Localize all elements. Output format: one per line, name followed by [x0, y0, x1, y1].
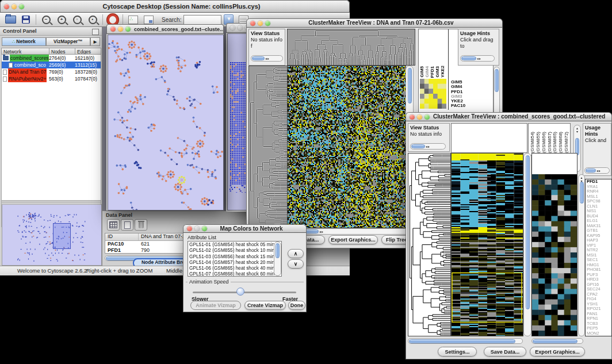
export-graphics-button[interactable]: Export Graphics... [530, 347, 585, 357]
row-dendrogram[interactable] [248, 66, 288, 228]
network-overview-button[interactable] [127, 14, 139, 25]
control-panel: Control Panel ∴Network VizMapper™ ▶ Netw… [0, 27, 102, 266]
network-list-row[interactable]: DNA and Tran 07 769(0) 183728(0) [2, 68, 101, 75]
search-input[interactable] [183, 15, 221, 25]
zoom-hscrollbar[interactable] [531, 338, 583, 344]
zoom-button[interactable] [424, 114, 430, 120]
column-dendrogram[interactable] [287, 29, 415, 66]
minimize-button[interactable] [12, 4, 17, 9]
treeview2-titlebar[interactable]: ClusterMaker TreeView : combined_scores_… [406, 112, 612, 121]
col-edges[interactable]: Edges [75, 48, 101, 55]
column-label[interactable]: GIM3 [435, 66, 440, 78]
zoom-in-icon: + [58, 16, 66, 24]
network-row-icon [9, 63, 13, 68]
attribute-item[interactable]: GPL51-04 (GSM857) heat shock 20 min [188, 259, 281, 265]
treeview1-titlebar[interactable]: ClusterMaker TreeView : DNA and Tran 07-… [246, 18, 503, 28]
network-titlebar[interactable]: combined_scores_good.txt--cluste... [106, 24, 224, 34]
usage-hints-scrollbar[interactable]: ◂▸ [584, 167, 610, 174]
snapshot-button[interactable] [143, 14, 154, 25]
zoom-button[interactable] [265, 21, 270, 26]
attribute-item[interactable]: GPL51-07 (GSM868) heat shock 60 min [188, 271, 281, 277]
network-list-row[interactable]: combined_scores 2764(0) 16218(0) [2, 55, 101, 62]
overview-divider[interactable] [1, 200, 101, 204]
create-vizmap-button[interactable]: Create Vizmap [244, 301, 286, 310]
done-button[interactable]: Done [288, 301, 305, 310]
select-attributes-button[interactable] [107, 219, 120, 231]
save-data-button[interactable]: Save Data... [484, 347, 526, 357]
zoom-heatmap[interactable] [420, 79, 446, 109]
float-panel-icon[interactable] [92, 29, 99, 35]
network-canvas[interactable] [108, 35, 224, 210]
attribute-list[interactable]: GPL51-01 (GSM854) heat shock 05 minGPL51… [188, 241, 282, 277]
attribute-list-scrollbar[interactable]: ▴▾ [274, 242, 281, 276]
delete-attribute-button[interactable] [135, 219, 147, 231]
column-label[interactable]: GIM5 [419, 66, 424, 78]
column-label[interactable]: PAC10 [445, 63, 446, 78]
zoom-button[interactable] [202, 226, 207, 231]
zoom-button[interactable] [125, 26, 131, 32]
network-list-row[interactable]: combined_sco 2569(6) 13112(15) [2, 62, 101, 68]
speed-slider-track[interactable] [193, 292, 296, 293]
close-button[interactable] [4, 4, 9, 9]
zoom-selected-button[interactable]: ▫ [71, 14, 83, 25]
heatmap-hscrollbar[interactable] [408, 338, 523, 344]
close-button[interactable] [250, 21, 255, 26]
heatmap-vscrollbar[interactable]: ▴▾ [523, 153, 531, 336]
close-button[interactable] [187, 226, 192, 231]
column-label[interactable]: PFD1 [430, 66, 435, 78]
col-nodes[interactable]: Nodes [49, 48, 75, 55]
minimize-button[interactable] [194, 226, 200, 231]
zoom-heatmap[interactable] [532, 174, 577, 336]
save-session-button[interactable] [20, 14, 32, 25]
column-dendrogram-area[interactable] [451, 123, 527, 153]
close-button[interactable] [410, 114, 415, 120]
settings-button[interactable]: Settings... [438, 347, 477, 357]
close-button[interactable] [230, 25, 235, 30]
close-button[interactable] [110, 26, 116, 32]
col-id[interactable]: ID [105, 233, 139, 240]
tab-more-button[interactable]: ▶ [90, 37, 100, 46]
gene-label[interactable]: PAC10 [450, 104, 474, 108]
open-session-button[interactable] [5, 14, 16, 25]
dialog-titlebar[interactable]: Map Colors to Network [183, 224, 307, 233]
view-status-scrollbar[interactable]: ◂▸ [410, 143, 446, 150]
speed-slider-thumb[interactable] [236, 288, 244, 296]
help-button[interactable] [107, 14, 118, 25]
attribute-list-label: Attribute List [188, 235, 216, 240]
view-status-scrollbar[interactable]: ◂▸ [251, 55, 283, 62]
zoom-out-button[interactable]: − [40, 14, 52, 25]
main-titlebar[interactable]: Cytoscape Desktop (Session Name: collins… [0, 0, 350, 13]
usage-hints-scrollbar[interactable]: ◂▸ [460, 55, 495, 62]
col-network[interactable]: Network [1, 48, 49, 55]
row-dendrogram[interactable] [408, 153, 451, 336]
minimize-button[interactable] [118, 26, 123, 32]
new-attribute-button[interactable] [121, 219, 133, 231]
minimize-button[interactable] [417, 114, 422, 120]
move-down-button[interactable]: ∨ [288, 259, 304, 269]
zoom-vscrollbar[interactable]: ▴▾ [578, 174, 585, 336]
tab-network[interactable]: ∴Network [2, 37, 46, 46]
network-overview-thumbnail[interactable] [2, 205, 100, 264]
tab-vizmapper[interactable]: VizMapper™ [46, 37, 90, 46]
animate-vizmap-button[interactable]: Animate Vizmap [190, 301, 241, 310]
attribute-grid-icon [109, 221, 117, 228]
gene-label[interactable]: MON2 [586, 331, 611, 336]
zoom-in-button[interactable]: + [56, 14, 67, 25]
network-list-row[interactable]: RNAPuberNov2+ 563(0) 107847(0) [2, 75, 101, 82]
zoom-fit-button[interactable]: ▪ [87, 14, 98, 25]
move-up-button[interactable]: ∧ [288, 249, 304, 258]
attribute-item[interactable]: GPL51-03 (GSM856) heat shock 15 min [188, 254, 281, 259]
zoom-button[interactable] [19, 4, 24, 9]
minimize-button[interactable] [238, 25, 243, 30]
attribute-item[interactable]: GPL51-06 (GSM865) heat shock 40 min [188, 265, 281, 271]
network-overview-panel[interactable] [2, 204, 102, 266]
column-label[interactable]: YKE2 [440, 66, 445, 78]
zoom-gene-labels: GIM5GIM4PFD1GIM3YKE2PAC10 [450, 80, 474, 110]
export-graphics-button[interactable]: Export Graphics... [328, 235, 378, 244]
attribute-item[interactable]: GPL51-02 (GSM855) heat shock 10 min [188, 247, 281, 253]
main-heatmap[interactable] [451, 153, 523, 336]
main-heatmap[interactable] [287, 66, 406, 228]
attribute-item[interactable]: GPL51-01 (GSM854) heat shock 05 min [188, 242, 281, 247]
column-label[interactable]: GIM4 [424, 66, 430, 78]
minimize-button[interactable] [258, 21, 263, 26]
